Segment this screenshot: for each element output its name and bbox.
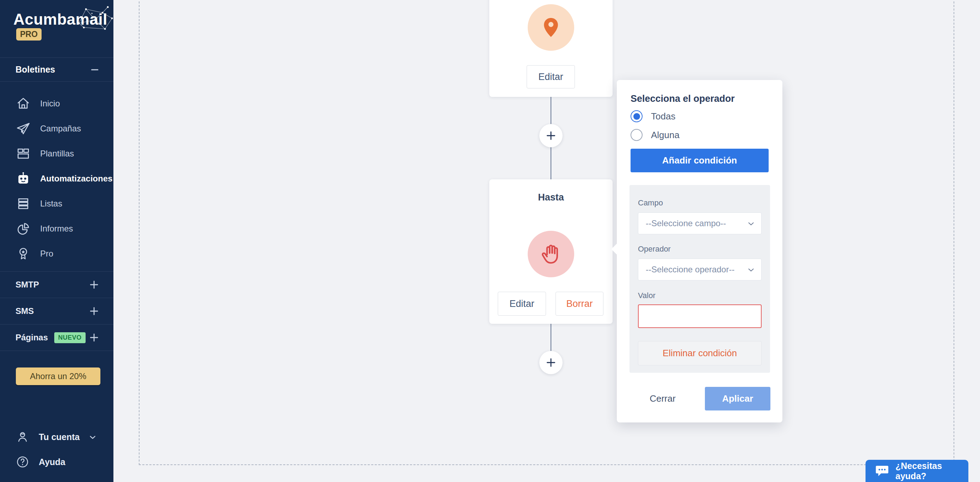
chevron-down-icon xyxy=(88,433,97,442)
brand-logo[interactable]: AcumbamailPRO xyxy=(13,11,112,39)
operator-label: Operador xyxy=(638,245,671,254)
value-label: Valor xyxy=(638,291,655,300)
sidebar-item-informes[interactable]: Informes xyxy=(0,216,113,241)
connector-line xyxy=(550,324,551,352)
stop-hand-icon xyxy=(539,242,563,266)
nuevo-badge: NUEVO xyxy=(54,332,86,343)
close-button[interactable]: Cerrar xyxy=(641,387,684,410)
sidebar-section-paginas[interactable]: Páginas NUEVO xyxy=(0,325,113,351)
until-node-title: Hasta xyxy=(489,192,612,203)
sidebar-section-boletines[interactable]: Boletines xyxy=(0,57,113,82)
location-pin-icon xyxy=(539,16,563,39)
sidebar: AcumbamailPRO Boletines Inicio Campañas … xyxy=(0,0,113,482)
condition-box: Campo --Seleccione campo-- Operador --Se… xyxy=(630,185,770,373)
trigger-node-card: Editar xyxy=(489,0,612,97)
chevron-down-icon xyxy=(746,219,756,228)
save-20-percent-button[interactable]: Ahorra un 20% xyxy=(16,367,100,385)
question-circle-icon xyxy=(16,455,30,469)
sidebar-item-campanas[interactable]: Campañas xyxy=(0,116,113,141)
plus-icon xyxy=(545,130,557,142)
sidebar-item-tu-cuenta[interactable]: Tu cuenta xyxy=(0,425,113,449)
panel-title: Selecciona el operador xyxy=(630,93,735,104)
radio-button-icon xyxy=(630,110,643,122)
operator-select[interactable]: --Seleccione operador-- xyxy=(638,259,762,280)
templates-icon xyxy=(16,146,31,161)
sidebar-item-inicio[interactable]: Inicio xyxy=(0,91,113,116)
minus-icon xyxy=(89,64,100,75)
until-delete-button[interactable]: Borrar xyxy=(555,292,603,316)
radio-button-icon xyxy=(630,129,643,141)
until-node-card: Hasta Editar Borrar xyxy=(489,179,612,324)
plus-icon[interactable] xyxy=(88,332,100,344)
sidebar-item-automatizaciones[interactable]: Automatizaciones xyxy=(0,166,113,191)
until-node-circle xyxy=(528,231,574,277)
radio-todas[interactable]: Todas xyxy=(630,109,675,123)
condition-panel: Selecciona el operador Todas Alguna Añad… xyxy=(617,80,783,422)
add-step-button[interactable] xyxy=(539,124,563,147)
pie-chart-icon xyxy=(16,221,31,236)
sidebar-section-smtp[interactable]: SMTP xyxy=(0,272,113,298)
trigger-edit-button[interactable]: Editar xyxy=(527,65,575,88)
chevron-down-icon xyxy=(746,265,756,274)
help-chat-label: ¿Necesitas ayuda? xyxy=(896,461,968,481)
lists-icon xyxy=(16,196,31,212)
pro-badge: PRO xyxy=(16,28,41,41)
sidebar-expandable-sections: SMTP SMS Páginas NUEVO xyxy=(0,271,113,351)
sidebar-nav: Inicio Campañas Plantillas Automatizacio… xyxy=(0,91,113,266)
add-step-button[interactable] xyxy=(539,351,563,374)
sidebar-section-label: Boletines xyxy=(16,64,55,75)
plus-icon[interactable] xyxy=(88,305,100,317)
field-label: Campo xyxy=(638,198,663,208)
robot-icon xyxy=(16,171,31,186)
medal-icon xyxy=(16,246,31,261)
trigger-node-circle xyxy=(528,4,574,51)
person-icon xyxy=(16,430,30,444)
field-select[interactable]: --Seleccione campo-- xyxy=(638,212,762,234)
add-condition-button[interactable]: Añadir condición xyxy=(630,149,768,172)
sidebar-item-pro[interactable]: Pro xyxy=(0,241,113,266)
plus-icon[interactable] xyxy=(88,279,100,291)
remove-condition-button[interactable]: Eliminar condición xyxy=(638,341,762,365)
sidebar-item-ayuda[interactable]: Ayuda xyxy=(0,450,113,474)
paper-plane-icon xyxy=(16,121,31,136)
plus-icon xyxy=(545,356,557,369)
radio-alguna[interactable]: Alguna xyxy=(630,128,679,142)
home-icon xyxy=(16,96,31,111)
sidebar-item-listas[interactable]: Listas xyxy=(0,191,113,216)
apply-button[interactable]: Aplicar xyxy=(705,387,770,410)
sidebar-section-sms[interactable]: SMS xyxy=(0,298,113,325)
value-input[interactable] xyxy=(638,304,762,328)
until-edit-button[interactable]: Editar xyxy=(498,292,546,316)
chat-bubble-icon xyxy=(875,464,889,478)
sidebar-item-plantillas[interactable]: Plantillas xyxy=(0,141,113,166)
brand-wordmark: Acumbamail xyxy=(13,11,107,28)
help-chat-button[interactable]: ¿Necesitas ayuda? xyxy=(865,460,968,482)
